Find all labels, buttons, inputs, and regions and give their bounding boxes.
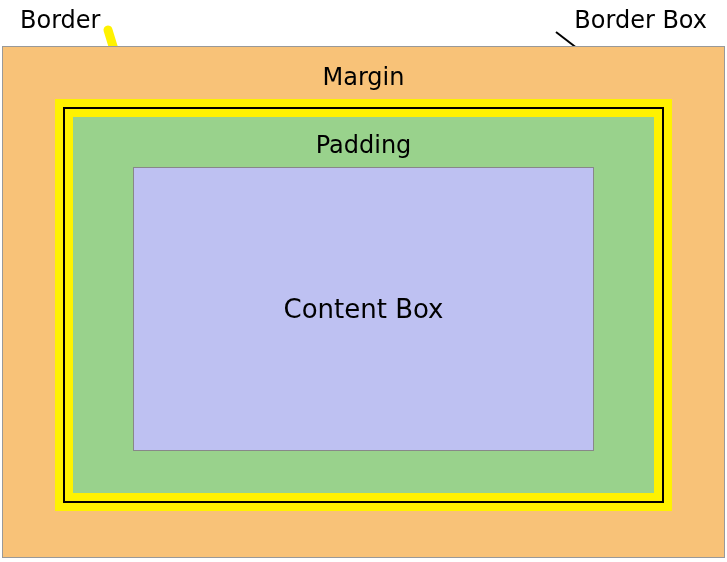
border-external-label: Border [20, 6, 100, 34]
padding-box: Padding Content Box [73, 117, 654, 493]
padding-label: Padding [316, 131, 412, 159]
border-box-external-label: Border Box [574, 6, 707, 34]
margin-box: Margin Padding Content Box [2, 46, 725, 558]
border-inner-line: Padding Content Box [63, 107, 664, 503]
content-box: Content Box [133, 167, 594, 451]
border-area: Padding Content Box [55, 99, 672, 511]
margin-label: Margin [323, 63, 405, 91]
content-box-label: Content Box [284, 294, 444, 324]
